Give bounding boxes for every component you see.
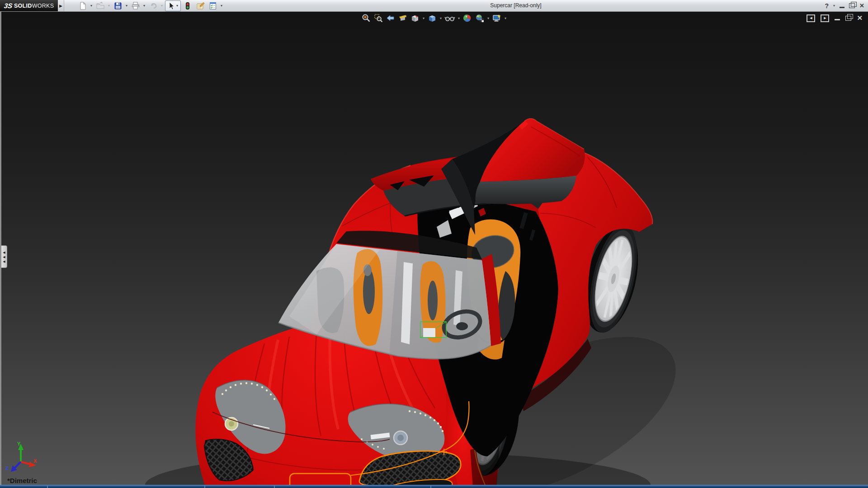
feature-tree-splitter-tab[interactable]: ◀ ◀ ◀ (1, 245, 7, 268)
document-minimize-button[interactable] (835, 19, 840, 20)
help-dropdown-caret[interactable]: ▾ (833, 4, 835, 8)
hood-creases (248, 329, 435, 452)
splitter-arrow-icon: ◀ (3, 260, 5, 263)
left-headlight[interactable] (215, 380, 285, 454)
traffic-light-icon (183, 1, 192, 10)
document-close-button[interactable]: ✕ (857, 14, 863, 22)
apply-scene-button[interactable] (474, 13, 485, 23)
a-pillar[interactable] (481, 254, 501, 346)
right-intake-mesh (359, 451, 461, 486)
solidworks-logo: 3S SOLID WORKS (0, 0, 58, 11)
print-dropdown-caret[interactable]: ▾ (143, 4, 145, 8)
rear-wheel[interactable] (575, 221, 647, 338)
splitter-arrow-icon: ◀ (3, 251, 5, 254)
zoom-to-fit-icon (361, 13, 371, 23)
save-dropdown-caret[interactable]: ▾ (126, 4, 127, 8)
triad-z-label: Z (5, 465, 9, 471)
supercar-model[interactable]: Y X Z (0, 0, 868, 488)
open-document-button[interactable] (94, 0, 106, 11)
appearance-ball-icon (462, 13, 472, 23)
view-orientation-caret[interactable]: ▾ (423, 16, 425, 20)
right-headlight[interactable] (348, 404, 445, 461)
view-orientation-button[interactable] (410, 13, 420, 23)
display-style-caret[interactable]: ▾ (440, 16, 442, 20)
view-orientation-cube-icon (410, 13, 420, 23)
previous-view-button[interactable] (385, 13, 396, 23)
triad-y-label: Y (17, 441, 21, 446)
eyeglasses-icon (444, 13, 455, 23)
steering-wheel (441, 307, 484, 342)
undo-button (147, 0, 159, 11)
display-style-button[interactable] (427, 13, 438, 23)
section-view-button[interactable] (397, 13, 408, 23)
zoom-to-fit-button[interactable] (361, 13, 372, 23)
orientation-triad: Y X Z (5, 441, 37, 472)
solidworks-window: 3S SOLID WORKS ▶ ▾ ▾ (0, 0, 868, 488)
select-dropdown-caret[interactable]: ▾ (176, 4, 178, 8)
document-window-controls: ◀ ▶ ✕ (807, 14, 863, 22)
splitter-arrow-icon: ◀ (3, 255, 5, 258)
rear-quarter-body[interactable] (520, 153, 652, 411)
led-strip (361, 410, 443, 450)
restore-button[interactable] (849, 3, 855, 8)
edit-appearance-button[interactable] (462, 13, 473, 23)
checklist-icon (208, 1, 217, 10)
menu-flyout-arrow-icon[interactable]: ▶ (58, 0, 64, 11)
cabin-interior[interactable] (417, 180, 558, 456)
design-binder-button[interactable] (194, 0, 206, 11)
select-tool-button[interactable]: ▾ (165, 0, 181, 11)
hide-show-items-button[interactable] (444, 13, 456, 23)
zoom-to-area-button[interactable] (373, 13, 384, 23)
selection-colors-button[interactable] (182, 0, 193, 11)
hood-highlights (267, 328, 415, 447)
print-button[interactable] (130, 0, 142, 11)
apply-scene-caret[interactable]: ▾ (487, 16, 489, 20)
notebook-pencil-icon (196, 1, 205, 10)
new-document-button[interactable] (77, 0, 89, 11)
section-view-icon (398, 13, 408, 23)
undo-arrow-icon (149, 1, 158, 10)
minimize-button[interactable] (840, 7, 844, 8)
view-settings-button[interactable] (491, 13, 502, 23)
printer-icon (131, 1, 140, 10)
options-dropdown-caret[interactable]: ▾ (221, 4, 222, 8)
pane-right-toggle-icon[interactable]: ▶ (821, 14, 829, 22)
zoom-to-area-icon (373, 13, 383, 23)
fender-selection-line (470, 399, 486, 487)
document-restore-button[interactable] (845, 16, 851, 21)
view-settings-icon (492, 13, 502, 23)
undo-dropdown-caret: ▾ (161, 4, 163, 8)
hide-show-caret[interactable]: ▾ (458, 16, 460, 20)
display-style-cube-icon (427, 13, 437, 23)
new-dropdown-caret[interactable]: ▾ (90, 4, 92, 8)
new-document-icon (78, 1, 87, 10)
triad-x-label: X (33, 458, 37, 464)
front-wheel[interactable] (446, 362, 527, 488)
windshield[interactable] (278, 231, 493, 375)
open-gullwing-door[interactable] (371, 118, 585, 240)
door-panel[interactable] (480, 118, 585, 182)
apply-scene-icon (475, 13, 485, 23)
front-fender[interactable] (446, 365, 487, 488)
pane-left-toggle-icon[interactable]: ◀ (807, 14, 815, 22)
view-settings-caret[interactable]: ▾ (505, 16, 506, 20)
headsup-view-toolbar: ▾ ▾ ▾ (361, 13, 507, 23)
graphics-viewport[interactable]: ▾ ▾ ▾ (0, 11, 868, 488)
logo-mark: 3S (3, 2, 13, 9)
logo-light: WORKS (32, 3, 54, 9)
close-button[interactable]: ✕ (859, 2, 864, 9)
ground-shadow (145, 305, 700, 488)
windshield-interior (278, 244, 493, 375)
save-button[interactable] (112, 0, 124, 11)
titlebar: 3S SOLID WORKS ▶ ▾ ▾ (0, 0, 868, 12)
options-checklist-button[interactable] (207, 0, 219, 11)
previous-view-icon (386, 13, 396, 23)
save-floppy-icon (113, 1, 123, 10)
sketch-point-marker (441, 449, 447, 455)
driver-seat[interactable] (467, 220, 520, 360)
front-bumper[interactable] (204, 401, 469, 488)
taskbar-top-edge[interactable] (0, 485, 868, 488)
help-icon[interactable]: ? (825, 2, 829, 9)
car-body[interactable] (195, 153, 542, 488)
selected-sketch-highlight (420, 322, 446, 338)
